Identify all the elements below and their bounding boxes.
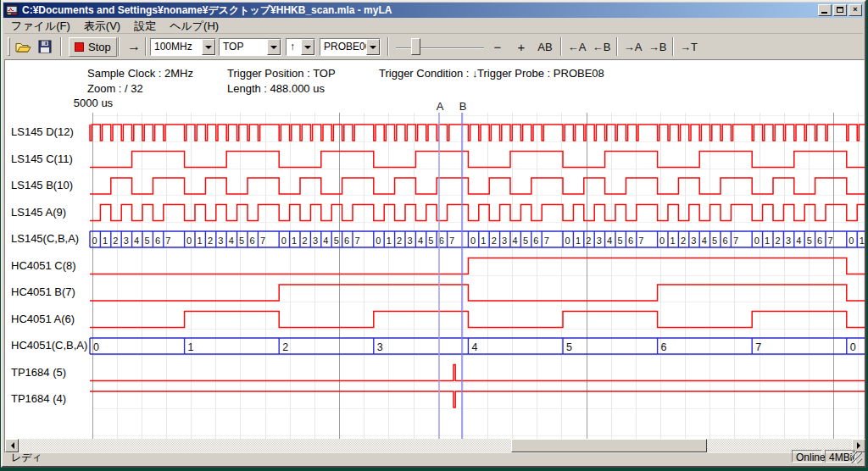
trigger-position-select[interactable]: TOP <box>219 38 281 56</box>
zoom-slider-track[interactable] <box>396 47 484 49</box>
channel-label-2: LS145 B(10) <box>11 179 93 192</box>
toolbar-grip <box>8 37 10 56</box>
cursor-b-label[interactable]: B <box>458 100 468 113</box>
floppy-icon <box>38 40 52 53</box>
channel-label-6: HC4051 B(7) <box>11 285 93 299</box>
channel-label-9: TP1684 (5) <box>11 366 93 380</box>
stop-button[interactable]: Stop <box>69 37 117 57</box>
minimize-button[interactable] <box>818 4 832 16</box>
info-sample-clock: Sample Clock : 2MHz <box>87 67 193 80</box>
titlebar: C:¥Documents and Settings¥noname¥デスクトップ¥… <box>3 3 864 18</box>
info-zoom: Zoom : / 32 <box>87 82 143 95</box>
close-icon: × <box>853 5 857 14</box>
channel-label-4: LS145(C,B,A) <box>11 232 93 246</box>
maximize-icon <box>837 7 843 13</box>
menu-settings[interactable]: 設定 <box>127 18 163 35</box>
dropdown-arrow-icon[interactable] <box>202 39 215 55</box>
trigger-position-value: TOP <box>220 39 267 55</box>
dropdown-arrow-icon[interactable] <box>267 39 281 55</box>
info-trigger-condition: Trigger Condition : ↓ <box>379 67 478 80</box>
menu-view[interactable]: 表示(V) <box>77 18 127 35</box>
open-file-button[interactable] <box>13 36 33 57</box>
goto-trigger-button[interactable]: →T <box>677 36 700 57</box>
cursor-a-label[interactable]: A <box>435 100 445 113</box>
menu-file[interactable]: ファイル(F) <box>4 18 77 35</box>
app-icon <box>5 3 19 17</box>
menu-help[interactable]: ヘルプ(H) <box>163 18 225 35</box>
maximize-button[interactable] <box>833 4 847 16</box>
status-ready: レディ <box>11 451 42 465</box>
info-length: Length : 488.000 us <box>227 82 325 95</box>
trigger-edge-value: ↑ <box>287 39 301 55</box>
status-online: Online <box>792 450 822 463</box>
toolbar-separator <box>60 37 62 56</box>
dropdown-arrow-icon[interactable] <box>366 39 380 55</box>
channel-label-10: TP1684 (4) <box>11 392 93 406</box>
toolbar: Stop → 100MHz TOP ↑ PROBE00 − + AB ←A <box>4 33 863 58</box>
goto-cursor-b-left-button[interactable]: ←B <box>590 36 613 57</box>
run-button[interactable]: → <box>123 36 145 57</box>
stop-icon <box>75 42 84 52</box>
time-ruler-label: 5000 us <box>64 97 123 109</box>
goto-cursor-a-right-button[interactable]: →A <box>621 36 644 57</box>
window-title: C:¥Documents and Settings¥noname¥デスクトップ¥… <box>22 3 816 18</box>
minimize-icon <box>821 12 827 14</box>
goto-cursor-a-left-button[interactable]: ←A <box>565 36 588 57</box>
channel-label-8: HC4051(C,B,A) <box>11 339 93 352</box>
sample-clock-value: 100MHz <box>151 39 202 55</box>
goto-cursor-b-right-button[interactable]: →B <box>646 36 669 57</box>
zoom-out-button[interactable]: − <box>487 36 508 57</box>
toolbar-separator <box>560 37 562 56</box>
ab-cursor-button[interactable]: AB <box>533 36 557 57</box>
open-folder-icon <box>15 41 31 53</box>
probe-select[interactable]: PROBE00 <box>320 38 381 56</box>
channel-label-3: LS145 A(9) <box>11 206 93 219</box>
info-trigger-probe: Trigger Probe : PROBE08 <box>477 67 604 80</box>
channel-label-5: HC4051 C(8) <box>11 259 93 273</box>
waveform-client-area <box>4 59 865 453</box>
zoom-slider-handle[interactable] <box>411 38 420 55</box>
zoom-slider[interactable] <box>396 36 484 57</box>
toolbar-separator <box>118 37 120 56</box>
info-trigger-position: Trigger Position : TOP <box>227 67 336 80</box>
menubar: ファイル(F) 表示(V) 設定 ヘルプ(H) <box>4 19 863 33</box>
toolbar-separator <box>145 37 147 56</box>
channel-label-0: LS145 D(12) <box>11 125 93 139</box>
app-window: C:¥Documents and Settings¥noname¥デスクトップ¥… <box>1 0 866 468</box>
close-button[interactable]: × <box>849 4 862 16</box>
toolbar-separator <box>616 37 618 56</box>
toolbar-separator <box>387 37 389 56</box>
probe-value: PROBE00 <box>320 39 366 55</box>
dropdown-arrow-icon[interactable] <box>301 39 314 55</box>
statusbar: レディ Online 4MBit <box>4 448 863 464</box>
channel-label-7: HC4051 A(6) <box>11 313 93 326</box>
zoom-in-button[interactable]: + <box>511 36 531 57</box>
save-button[interactable] <box>35 36 55 57</box>
resize-grip[interactable] <box>851 452 862 463</box>
trigger-edge-select[interactable]: ↑ <box>286 38 315 56</box>
channel-label-1: LS145 C(11) <box>11 152 93 166</box>
sample-clock-select[interactable]: 100MHz <box>150 38 216 56</box>
toolbar-separator <box>672 37 674 56</box>
